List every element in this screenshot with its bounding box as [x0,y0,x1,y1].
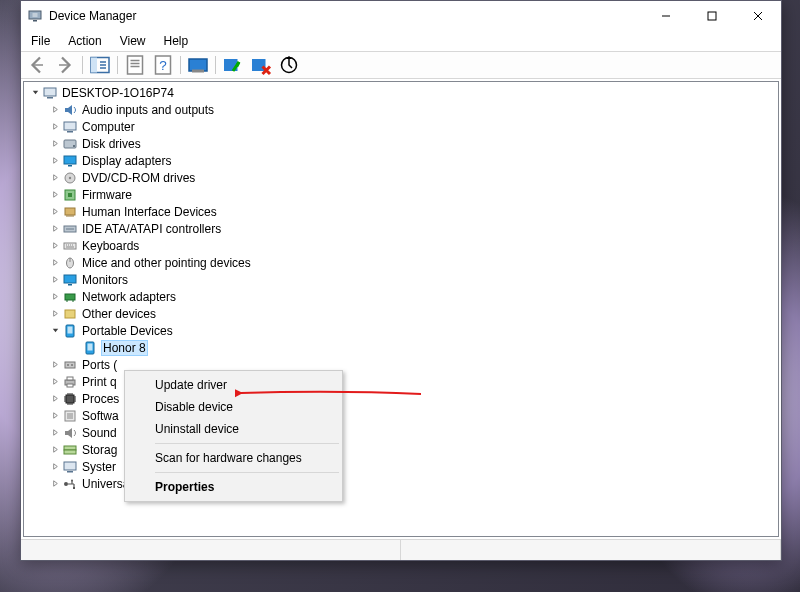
tree-item-label: DVD/CD-ROM drives [82,171,195,185]
toolbar-help-button[interactable]: ? [150,53,176,77]
expand-collapse-icon[interactable] [48,137,62,151]
tree-item-label: Proces [82,392,119,406]
computer-icon [42,85,58,101]
expand-collapse-icon[interactable] [48,120,62,134]
ctx-properties[interactable]: Properties [127,476,340,498]
titlebar[interactable]: Device Manager [21,1,781,31]
ctx-uninstall-device[interactable]: Uninstall device [127,418,340,440]
firmware-icon [62,187,78,203]
tree-item-label: Ports ( [82,358,117,372]
toolbar-back-button[interactable] [24,53,50,77]
tree-category-mouse[interactable]: Mice and other pointing devices [26,254,778,271]
expand-collapse-icon [68,341,82,355]
tree-item-label: Monitors [82,273,128,287]
menu-action[interactable]: Action [60,32,109,50]
expand-collapse-icon[interactable] [48,273,62,287]
expand-collapse-icon[interactable] [48,239,62,253]
mouse-icon [62,255,78,271]
svg-rect-1 [33,20,37,22]
menu-help[interactable]: Help [156,32,197,50]
tree-item-label: Computer [82,120,135,134]
expand-collapse-icon[interactable] [48,222,62,236]
expand-collapse-icon[interactable] [48,460,62,474]
ctx-scan-hardware[interactable]: Scan for hardware changes [127,447,340,469]
tree-item-label: Portable Devices [82,324,173,338]
tree-category-display[interactable]: Display adapters [26,152,778,169]
tree-category-audio[interactable]: Audio inputs and outputs [26,101,778,118]
menu-file[interactable]: File [23,32,58,50]
toolbar-separator [117,56,118,74]
svg-text:?: ? [159,58,167,73]
tree-item-label: Print q [82,375,117,389]
expand-collapse-icon[interactable] [48,426,62,440]
tree-root[interactable]: DESKTOP-1O16P74 [26,84,778,101]
toolbar-update-driver-button[interactable] [185,53,211,77]
toolbar-uninstall-device-button[interactable] [248,53,274,77]
tree-category-other[interactable]: Other devices [26,305,778,322]
toolbar-disable-device-button[interactable] [220,53,246,77]
tree-category-hid[interactable]: Human Interface Devices [26,203,778,220]
svg-rect-0 [29,11,41,19]
minimize-button[interactable] [643,1,689,31]
print-icon [62,374,78,390]
maximize-button[interactable] [689,1,735,31]
expand-collapse-icon[interactable] [48,392,62,406]
expand-collapse-icon[interactable] [28,86,42,100]
close-button[interactable] [735,1,781,31]
tree-category-firmware[interactable]: Firmware [26,186,778,203]
usb-icon [62,476,78,492]
tree-item-label: Network adapters [82,290,176,304]
tree-category-monitor[interactable]: Monitors [26,271,778,288]
menu-view[interactable]: View [112,32,154,50]
expand-collapse-icon[interactable] [48,358,62,372]
expand-collapse-icon[interactable] [48,477,62,491]
svg-rect-8 [189,59,207,71]
tree-category-computer[interactable]: Computer [26,118,778,135]
toolbar-scan-hardware-button[interactable] [276,53,302,77]
status-cell [21,540,401,560]
tree-category-ide[interactable]: IDE ATA/ATAPI controllers [26,220,778,237]
ctx-disable-device[interactable]: Disable device [127,396,340,418]
expand-collapse-icon[interactable] [48,256,62,270]
tree-category-keyboard[interactable]: Keyboards [26,237,778,254]
svg-rect-9 [192,70,204,73]
tree-item-label: Sound [82,426,117,440]
storage-icon [62,442,78,458]
device-manager-icon [27,8,43,24]
tree-item-label: Human Interface Devices [82,205,217,219]
expand-collapse-icon[interactable] [48,188,62,202]
expand-collapse-icon[interactable] [48,103,62,117]
expand-collapse-icon[interactable] [48,443,62,457]
toolbar-properties-button[interactable] [122,53,148,77]
tree-device-honor-8[interactable]: Honor 8 [26,339,778,356]
toolbar-forward-button[interactable] [52,53,78,77]
sound-icon [62,425,78,441]
status-cell [401,540,781,560]
software-icon [62,408,78,424]
processor-icon [62,391,78,407]
tree-item-label: Storag [82,443,117,457]
ports-icon [62,357,78,373]
network-icon [62,289,78,305]
expand-collapse-icon[interactable] [48,171,62,185]
menu-bar: File Action View Help [21,31,781,51]
expand-collapse-icon[interactable] [48,324,62,338]
audio-icon [62,102,78,118]
tree-item-label: Audio inputs and outputs [82,103,214,117]
ctx-update-driver[interactable]: Update driver [127,374,340,396]
tree-category-portable[interactable]: Portable Devices [26,322,778,339]
expand-collapse-icon[interactable] [48,154,62,168]
expand-collapse-icon[interactable] [48,375,62,389]
expand-collapse-icon[interactable] [48,409,62,423]
tree-category-disk[interactable]: Disk drives [26,135,778,152]
expand-collapse-icon[interactable] [48,290,62,304]
tree-item-label: Display adapters [82,154,171,168]
ide-icon [62,221,78,237]
toolbar: ? [21,51,781,79]
toolbar-show-tree-button[interactable] [87,53,113,77]
tree-category-network[interactable]: Network adapters [26,288,778,305]
keyboard-icon [62,238,78,254]
expand-collapse-icon[interactable] [48,307,62,321]
tree-category-dvd[interactable]: DVD/CD-ROM drives [26,169,778,186]
expand-collapse-icon[interactable] [48,205,62,219]
